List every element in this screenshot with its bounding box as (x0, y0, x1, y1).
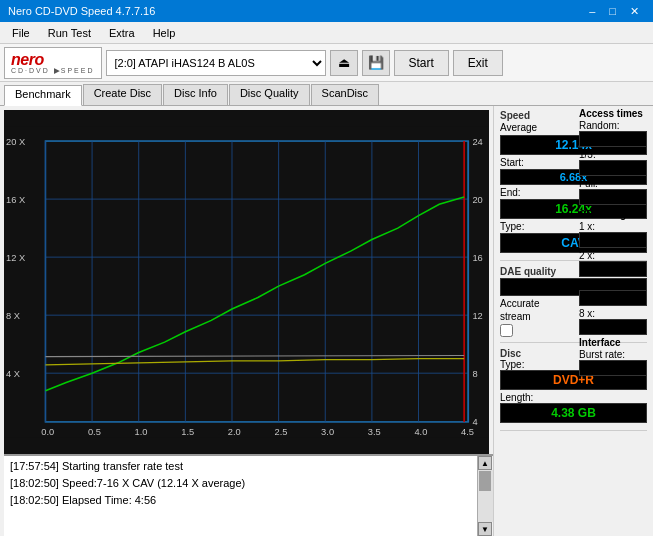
one-third-label: 1/3: (579, 149, 647, 160)
svg-text:16 X: 16 X (6, 195, 26, 205)
exit-button[interactable]: Exit (453, 50, 503, 76)
svg-text:0.5: 0.5 (88, 427, 101, 437)
svg-text:4: 4 (472, 417, 477, 427)
log-line-2: [18:02:50] Speed:7-16 X CAV (12.14 X ave… (10, 475, 471, 492)
interface-title: Interface (579, 337, 647, 348)
tab-scan-disc[interactable]: ScanDisc (311, 84, 379, 105)
svg-text:24: 24 (472, 137, 482, 147)
svg-text:1.5: 1.5 (181, 427, 194, 437)
accurate-stream-checkbox[interactable] (500, 324, 513, 337)
titlebar-controls: – □ ✕ (583, 1, 645, 21)
close-button[interactable]: ✕ (624, 1, 645, 21)
svg-text:12 X: 12 X (6, 253, 26, 263)
maximize-button[interactable]: □ (603, 1, 622, 21)
svg-text:8 X: 8 X (6, 311, 21, 321)
titlebar-title: Nero CD-DVD Speed 4.7.7.16 (8, 5, 155, 17)
chart-wrapper: 20 X 16 X 12 X 8 X 4 X 24 20 16 12 8 4 0… (0, 106, 493, 454)
cpu-2x-box (579, 261, 647, 277)
random-value-box (579, 131, 647, 147)
main-content: 20 X 16 X 12 X 8 X 4 X 24 20 16 12 8 4 0… (0, 106, 653, 536)
menu-run-test[interactable]: Run Test (40, 23, 99, 43)
start-button[interactable]: Start (394, 50, 449, 76)
cpu-title: CPU usage (579, 209, 647, 220)
svg-text:1.0: 1.0 (135, 427, 148, 437)
tab-benchmark[interactable]: Benchmark (4, 85, 82, 106)
menu-extra[interactable]: Extra (101, 23, 143, 43)
cpu-8x-box (579, 319, 647, 335)
access-cpu-panel: Access times Random: 1/3: Full: CPU usag… (579, 108, 647, 378)
full-label: Full: (579, 178, 647, 189)
svg-text:2.0: 2.0 (228, 427, 241, 437)
menubar: File Run Test Extra Help (0, 22, 653, 44)
divider-3 (500, 430, 647, 431)
menu-help[interactable]: Help (145, 23, 184, 43)
chart-and-log: 20 X 16 X 12 X 8 X 4 X 24 20 16 12 8 4 0… (0, 106, 493, 536)
log-text: [17:57:54] Starting transfer rate test [… (4, 456, 477, 536)
cpu-4x-box (579, 290, 647, 306)
tab-create-disc[interactable]: Create Disc (83, 84, 162, 105)
disc-length-value: 4.38 GB (500, 403, 647, 423)
right-panel: Speed Average 12.14x Start: 6.68x End: 1… (493, 106, 653, 536)
scroll-track (478, 470, 493, 522)
log-line-1: [17:57:54] Starting transfer rate test (10, 458, 471, 475)
logo-area: nero CD·DVD ▶SPEED (4, 47, 102, 79)
svg-text:4 X: 4 X (6, 369, 21, 379)
cpu-2x-label: 2 x: (579, 250, 647, 261)
random-label: Random: (579, 120, 647, 131)
burst-value-box (579, 360, 647, 376)
full-value-box (579, 189, 647, 205)
start-speed-label: Start: (500, 157, 524, 168)
type-label: Type: (500, 221, 524, 232)
svg-text:12: 12 (472, 311, 482, 321)
log-scrollbar[interactable]: ▲ ▼ (477, 456, 493, 536)
minimize-button[interactable]: – (583, 1, 601, 21)
menu-file[interactable]: File (4, 23, 38, 43)
tab-bar: Benchmark Create Disc Disc Info Disc Qua… (0, 82, 653, 106)
svg-text:16: 16 (472, 253, 482, 263)
chart-svg: 20 X 16 X 12 X 8 X 4 X 24 20 16 12 8 4 0… (4, 110, 489, 454)
svg-text:4.0: 4.0 (414, 427, 427, 437)
svg-text:2.5: 2.5 (274, 427, 287, 437)
scroll-up-arrow[interactable]: ▲ (478, 456, 492, 470)
svg-text:4.5: 4.5 (461, 427, 474, 437)
nero-sub-text: CD·DVD ▶SPEED (11, 67, 95, 75)
average-label: Average (500, 122, 537, 133)
cpu-8x-label: 8 x: (579, 308, 647, 319)
svg-text:20: 20 (472, 195, 482, 205)
cpu-4x-label: 4 x: (579, 279, 647, 290)
burst-label: Burst rate: (579, 349, 647, 360)
drive-select[interactable]: [2:0] ATAPI iHAS124 B AL0S (106, 50, 326, 76)
svg-text:8: 8 (472, 369, 477, 379)
svg-text:20 X: 20 X (6, 137, 26, 147)
eject-button[interactable]: ⏏ (330, 50, 358, 76)
scroll-down-arrow[interactable]: ▼ (478, 522, 492, 536)
titlebar: Nero CD-DVD Speed 4.7.7.16 – □ ✕ (0, 0, 653, 22)
end-speed-label: End: (500, 187, 521, 198)
accurate-label: Accurate (500, 298, 539, 309)
nero-logo: nero CD·DVD ▶SPEED (11, 51, 95, 75)
cpu-1x-label: 1 x: (579, 221, 647, 232)
svg-text:3.5: 3.5 (368, 427, 381, 437)
log-area: [17:57:54] Starting transfer rate test [… (4, 454, 493, 536)
svg-rect-0 (4, 127, 489, 438)
save-button[interactable]: 💾 (362, 50, 390, 76)
app-title: Nero CD-DVD Speed 4.7.7.16 (8, 5, 155, 17)
tab-disc-info[interactable]: Disc Info (163, 84, 228, 105)
svg-text:3.0: 3.0 (321, 427, 334, 437)
cpu-1x-box (579, 232, 647, 248)
access-title: Access times (579, 108, 647, 119)
disc-length-label: Length: (500, 392, 647, 403)
one-third-value-box (579, 160, 647, 176)
scroll-thumb[interactable] (479, 471, 491, 491)
toolbar: nero CD·DVD ▶SPEED [2:0] ATAPI iHAS124 B… (0, 44, 653, 82)
svg-text:0.0: 0.0 (41, 427, 54, 437)
log-line-3: [18:02:50] Elapsed Time: 4:56 (10, 492, 471, 509)
tab-disc-quality[interactable]: Disc Quality (229, 84, 310, 105)
